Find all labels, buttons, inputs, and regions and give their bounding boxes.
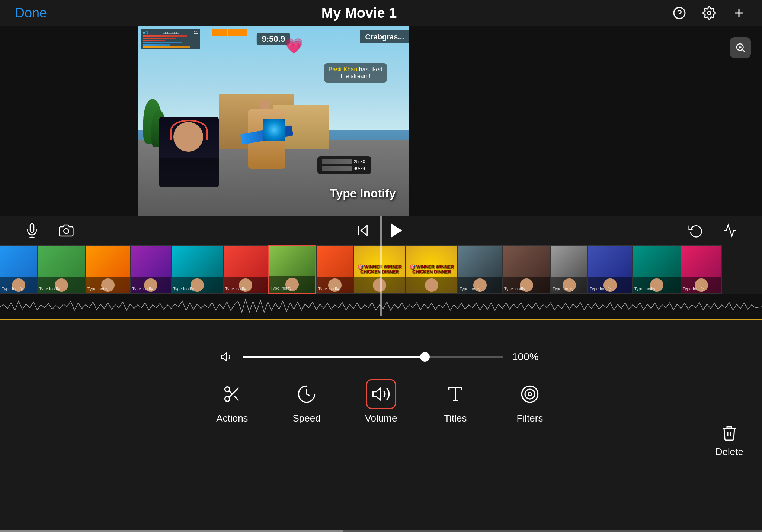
chat-name: Basit Khan	[329, 66, 357, 72]
video-preview: 25-30 40-24 Type Inotify 9:50.9 💗 Crabgr…	[138, 26, 409, 216]
waveform-button[interactable]	[720, 221, 740, 240]
timeline-clip-active[interactable]: Type Inotify	[268, 245, 316, 294]
weapon-ammo2: 40-24	[354, 166, 365, 171]
toolbar-item-speed[interactable]: Speed	[269, 375, 344, 428]
actions-icon-wrap	[217, 379, 247, 409]
clip-label: Type Inotify	[504, 287, 525, 291]
timeline-clip[interactable]: Type Inotify	[633, 245, 681, 294]
actions-label: Actions	[216, 413, 248, 424]
scissors-icon	[222, 384, 242, 404]
gauge-icon	[297, 384, 316, 404]
clip-label: Type Inotify	[87, 287, 108, 291]
plus-icon	[732, 6, 746, 20]
timeline-clip[interactable]: Type Inotify	[171, 245, 223, 294]
notification-text: Type Inotify	[330, 187, 396, 200]
toolbar-item-actions[interactable]: Actions	[195, 375, 269, 428]
skip-back-icon	[355, 223, 370, 238]
bar3	[143, 40, 165, 41]
player-body	[159, 158, 219, 187]
volume-thumb[interactable]	[420, 352, 430, 362]
timeline-clip[interactable]: Type Inotify	[502, 245, 551, 294]
timeline-clip[interactable]: Type Inotify	[458, 245, 502, 294]
rewind-button[interactable]	[353, 221, 372, 240]
trash-icon	[720, 422, 738, 443]
timeline-clip[interactable]: Type Inotify	[316, 245, 353, 294]
undo-icon	[688, 223, 703, 238]
svg-point-24	[522, 386, 538, 402]
svg-point-11	[64, 229, 68, 233]
score-bars	[143, 35, 198, 48]
zoom-icon	[735, 42, 746, 53]
bottom-toolbar: Actions Speed Volume	[0, 372, 762, 431]
score-row1: ■ 3 □□□□□□□ 11	[143, 30, 198, 35]
toolbar-item-titles[interactable]: Titles	[418, 375, 493, 428]
svg-marker-21	[373, 388, 380, 399]
done-button[interactable]: Done	[15, 5, 47, 21]
text-icon	[446, 384, 465, 404]
timeline-clip[interactable]: Type Inotify	[681, 245, 722, 294]
volume-fill	[243, 356, 425, 358]
playhead	[381, 216, 382, 316]
video-frame: 25-30 40-24 Type Inotify 9:50.9 💗 Crabgr…	[138, 26, 409, 216]
bar4	[143, 42, 182, 43]
clip-label: Type Inotify	[39, 287, 60, 291]
score-team2: 11	[194, 30, 198, 35]
game-chat: Basit Khan has likedthe stream!	[324, 63, 387, 83]
toolbar-item-filters[interactable]: Filters	[493, 375, 567, 428]
timeline-clip-winner2[interactable]: 🎯 WINNER WINNERCHICKEN DINNER	[406, 245, 458, 294]
badge1	[212, 29, 227, 36]
clip-label: Type Inotify	[270, 286, 291, 290]
controls-left	[22, 221, 76, 240]
right-panel	[409, 26, 762, 216]
volume-slider[interactable]	[243, 356, 503, 358]
volume-low-icon	[220, 350, 234, 364]
progress-fill	[0, 530, 343, 532]
timeline-clip[interactable]: Type Inotify	[130, 245, 171, 294]
volume-icon-btn[interactable]	[220, 350, 234, 364]
weapon-hud-bar2	[322, 166, 352, 171]
help-button[interactable]	[671, 5, 688, 21]
timeline-clip[interactable]: Type Inotify	[0, 245, 37, 294]
timeline-clip[interactable]: Type Inotify	[223, 245, 268, 294]
settings-button[interactable]	[701, 5, 717, 21]
question-circle-icon	[673, 6, 686, 20]
timeline-clip-winner1[interactable]: 🎯 WINNER WINNERCHICKEN DINNER	[353, 245, 406, 294]
badges	[212, 29, 247, 36]
clip-label: Type Inotify	[132, 287, 153, 291]
clip-label: Type Inotify	[225, 287, 246, 291]
clip-label: Type Inotify	[553, 287, 573, 291]
weapon-hud-row1: 25-30	[322, 159, 367, 164]
bar1	[143, 35, 187, 37]
microphone-button[interactable]	[22, 221, 42, 240]
svg-point-25	[525, 389, 535, 399]
svg-point-2	[707, 12, 711, 15]
volume-percentage: 100%	[512, 351, 542, 363]
undo-button[interactable]	[686, 221, 705, 240]
below-timeline	[0, 320, 762, 342]
weapon-character	[241, 100, 308, 193]
svg-line-20	[229, 391, 232, 394]
bottom-progress-bar[interactable]	[0, 530, 762, 532]
timeline-clip[interactable]: Type Inotify	[588, 245, 633, 294]
timeline-clip[interactable]: Type Inotify	[551, 245, 588, 294]
camera-button[interactable]	[57, 221, 76, 240]
player-panel	[159, 117, 219, 187]
svg-line-19	[234, 396, 238, 400]
clip-label: Type Inotify	[590, 287, 611, 291]
timeline-clip[interactable]: Type Inotify	[86, 245, 130, 294]
game-heart: 💗	[285, 37, 303, 55]
timeline-clip[interactable]: Type Inotify	[37, 245, 86, 294]
volume-icon-wrap	[366, 379, 396, 409]
header-right	[671, 5, 747, 21]
add-button[interactable]	[731, 5, 747, 21]
play-button[interactable]	[384, 218, 409, 243]
svg-line-6	[743, 50, 745, 52]
scoreboard: ■ 3 □□□□□□□ 11	[141, 29, 200, 49]
svg-point-16	[225, 387, 230, 391]
weapon-hud: 25-30 40-24	[317, 156, 371, 174]
titles-label: Titles	[444, 413, 467, 424]
clip-label: Type Inotify	[318, 287, 339, 291]
toolbar-item-volume[interactable]: Volume	[344, 375, 418, 428]
zoom-button[interactable]	[730, 37, 751, 58]
delete-button[interactable]: Delete	[715, 422, 743, 458]
